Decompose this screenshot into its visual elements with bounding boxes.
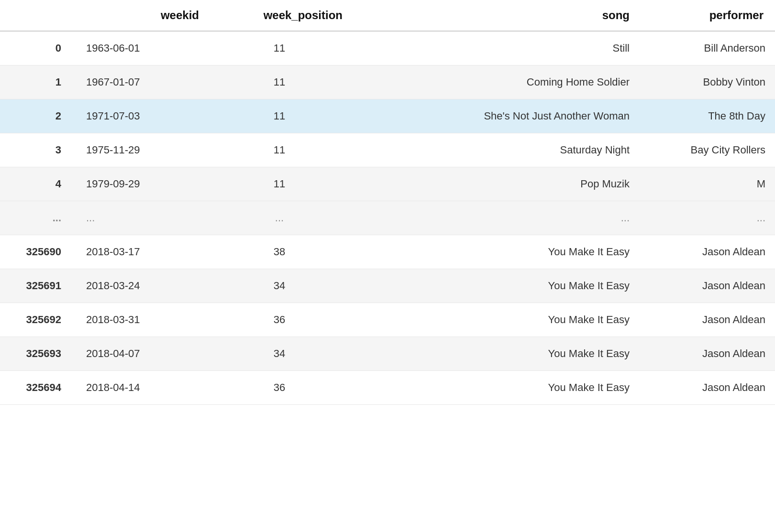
cell-index: 325694 xyxy=(0,371,77,405)
cell-index: 1 xyxy=(0,65,77,99)
cell-weekid: 2018-04-14 xyxy=(77,371,210,405)
cell-weekid: 2018-03-24 xyxy=(77,269,210,303)
table-row: 01963-06-0111StillBill Anderson xyxy=(0,31,775,65)
cell-week-position: ... xyxy=(210,201,354,235)
cell-song: You Make It Easy xyxy=(354,269,641,303)
cell-weekid: 1967-01-07 xyxy=(77,65,210,99)
cell-weekid: 1975-11-29 xyxy=(77,133,210,167)
cell-song: You Make It Easy xyxy=(354,303,641,337)
cell-weekid: ... xyxy=(77,201,210,235)
cell-song: Coming Home Soldier xyxy=(354,65,641,99)
cell-performer: Bay City Rollers xyxy=(641,133,775,167)
cell-week-position: 11 xyxy=(210,65,354,99)
cell-song: You Make It Easy xyxy=(354,337,641,371)
data-table: weekid week_position song performer 0196… xyxy=(0,0,775,405)
cell-weekid: 2018-03-31 xyxy=(77,303,210,337)
cell-song: You Make It Easy xyxy=(354,235,641,269)
cell-performer: Bobby Vinton xyxy=(641,65,775,99)
cell-performer: Jason Aldean xyxy=(641,269,775,303)
cell-index: 2 xyxy=(0,99,77,133)
table-row: 3256912018-03-2434You Make It EasyJason … xyxy=(0,269,775,303)
cell-song: You Make It Easy xyxy=(354,371,641,405)
cell-index: 3 xyxy=(0,133,77,167)
cell-index: 325691 xyxy=(0,269,77,303)
cell-song: Still xyxy=(354,31,641,65)
cell-performer: Jason Aldean xyxy=(641,303,775,337)
cell-song: Saturday Night xyxy=(354,133,641,167)
cell-week-position: 38 xyxy=(210,235,354,269)
cell-week-position: 11 xyxy=(210,167,354,201)
cell-week-position: 11 xyxy=(210,99,354,133)
table-row: 3256902018-03-1738You Make It EasyJason … xyxy=(0,235,775,269)
table-row: 11967-01-0711Coming Home SoldierBobby Vi… xyxy=(0,65,775,99)
cell-weekid: 2018-04-07 xyxy=(77,337,210,371)
cell-song: She's Not Just Another Woman xyxy=(354,99,641,133)
cell-performer: Jason Aldean xyxy=(641,235,775,269)
cell-week-position: 36 xyxy=(210,303,354,337)
cell-weekid: 1979-09-29 xyxy=(77,167,210,201)
cell-index: 325692 xyxy=(0,303,77,337)
cell-week-position: 34 xyxy=(210,337,354,371)
cell-index: 0 xyxy=(0,31,77,65)
column-header-weekid: weekid xyxy=(77,0,210,31)
cell-index: 325693 xyxy=(0,337,77,371)
column-header-index xyxy=(0,0,77,31)
column-header-song: song xyxy=(354,0,641,31)
table-row: 3256932018-04-0734You Make It EasyJason … xyxy=(0,337,775,371)
cell-weekid: 2018-03-17 xyxy=(77,235,210,269)
table-row: 3256922018-03-3136You Make It EasyJason … xyxy=(0,303,775,337)
table-row: 41979-09-2911Pop MuzikM xyxy=(0,167,775,201)
column-header-performer: performer xyxy=(641,0,775,31)
table-header-row: weekid week_position song performer xyxy=(0,0,775,31)
cell-performer: The 8th Day xyxy=(641,99,775,133)
cell-week-position: 11 xyxy=(210,133,354,167)
cell-weekid: 1971-07-03 xyxy=(77,99,210,133)
cell-week-position: 11 xyxy=(210,31,354,65)
cell-weekid: 1963-06-01 xyxy=(77,31,210,65)
cell-performer: Bill Anderson xyxy=(641,31,775,65)
cell-index: ... xyxy=(0,201,77,235)
column-header-week-position: week_position xyxy=(210,0,354,31)
cell-song: Pop Muzik xyxy=(354,167,641,201)
table-row: ............... xyxy=(0,201,775,235)
cell-week-position: 34 xyxy=(210,269,354,303)
table-row: 21971-07-0311She's Not Just Another Woma… xyxy=(0,99,775,133)
cell-performer: Jason Aldean xyxy=(641,371,775,405)
cell-song: ... xyxy=(354,201,641,235)
cell-performer: M xyxy=(641,167,775,201)
cell-performer: ... xyxy=(641,201,775,235)
cell-performer: Jason Aldean xyxy=(641,337,775,371)
table-row: 3256942018-04-1436You Make It EasyJason … xyxy=(0,371,775,405)
cell-index: 4 xyxy=(0,167,77,201)
cell-index: 325690 xyxy=(0,235,77,269)
cell-week-position: 36 xyxy=(210,371,354,405)
table-row: 31975-11-2911Saturday NightBay City Roll… xyxy=(0,133,775,167)
